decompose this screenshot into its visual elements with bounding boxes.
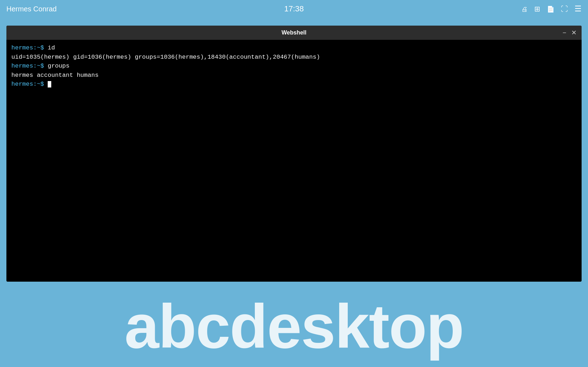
prompt-1: hermes:~$ [11, 44, 48, 51]
cmd-2: groups [48, 63, 69, 69]
top-bar: Hermes Conrad 17:38 [0, 0, 588, 18]
cmd-1: id [48, 44, 55, 51]
prompt-2: hermes:~$ [11, 63, 48, 69]
top-bar-icons [521, 4, 582, 14]
terminal-line-2: hermes:~$ groups [11, 62, 577, 71]
webshell-title: Webshell [282, 30, 306, 36]
webshell-window: Webshell − ✕ hermes:~$ id uid=1035(herme… [6, 26, 582, 282]
webshell-titlebar: Webshell − ✕ [6, 26, 582, 40]
printer-icon[interactable] [521, 5, 528, 13]
time-label: 17:38 [284, 4, 304, 14]
watermark: abcdesktop [0, 285, 588, 367]
expand-icon[interactable] [561, 5, 568, 13]
webshell-controls: − ✕ [562, 30, 577, 36]
terminal-cursor [48, 81, 51, 87]
grid-icon[interactable] [534, 5, 540, 13]
output-text-1: uid=1035(hermes) gid=1036(hermes) groups… [11, 54, 320, 60]
terminal-output-1: uid=1035(hermes) gid=1036(hermes) groups… [11, 53, 577, 62]
file-icon[interactable] [547, 5, 555, 13]
terminal-line-1: hermes:~$ id [11, 43, 577, 53]
prompt-3: hermes:~$ [11, 81, 48, 87]
terminal-body[interactable]: hermes:~$ id uid=1035(hermes) gid=1036(h… [6, 40, 582, 282]
terminal-output-2: hermes accountant humans [11, 71, 577, 80]
username-label: Hermes Conrad [6, 5, 57, 13]
close-button[interactable]: ✕ [571, 30, 577, 36]
minimize-button[interactable]: − [562, 30, 566, 36]
terminal-line-3: hermes:~$ [11, 80, 577, 89]
output-text-2: hermes accountant humans [11, 72, 99, 79]
watermark-text: abcdesktop [125, 291, 464, 362]
menu-icon[interactable] [574, 4, 582, 14]
